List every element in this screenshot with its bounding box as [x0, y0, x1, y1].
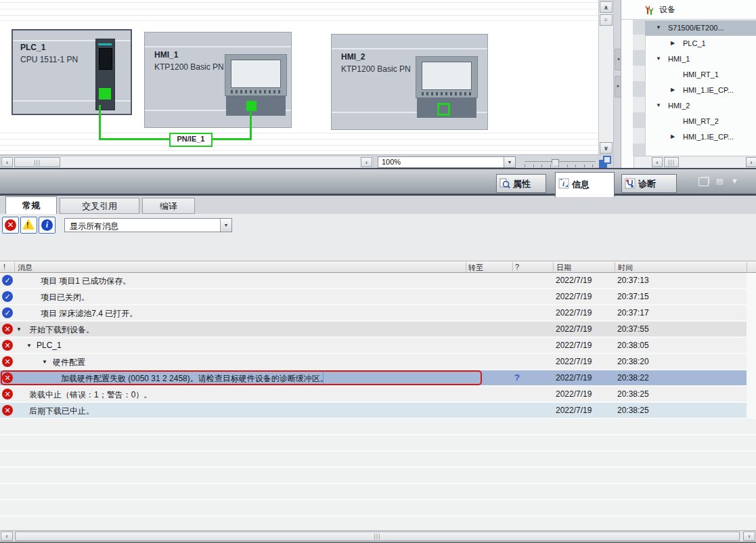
scroll-up-button[interactable]: ∧	[600, 1, 613, 13]
drag-indicator	[7, 371, 8, 385]
tree-item[interactable]: ▶ HMI_1.IE_CP...	[645, 129, 756, 145]
hmi-panel-graphic[interactable]	[416, 56, 478, 98]
expand-arrow-icon[interactable]: ▼	[26, 343, 32, 349]
col-message[interactable]: 消息	[18, 263, 32, 273]
column-divider[interactable]	[553, 262, 554, 272]
message-row[interactable]: ✕ 加载硬件配置失败 (0050 31 2 2458)。请检查目标硬件设备的诊断…	[0, 370, 756, 387]
message-text: 项目已关闭。	[41, 292, 89, 303]
network-line[interactable]	[250, 110, 252, 139]
scroll-left-button[interactable]: ‹	[1, 157, 13, 167]
tree-item[interactable]: ▼ S71500/ET200...	[645, 20, 756, 36]
filter-warnings-button[interactable]	[20, 217, 37, 234]
message-date: 2022/7/19	[556, 389, 592, 399]
subtab-compile[interactable]: 编译	[142, 198, 195, 214]
column-divider[interactable]	[466, 262, 466, 272]
message-row[interactable]: ✕ 后期下载已中止。 2022/7/19 20:38:25	[0, 403, 756, 419]
col-time[interactable]: 时间	[618, 263, 633, 273]
scroll-right-button[interactable]: ›	[743, 531, 755, 541]
column-divider[interactable]	[512, 262, 513, 272]
tree-item[interactable]: HMI_RT_2	[645, 114, 756, 129]
message-date: 2022/7/19	[556, 341, 592, 350]
plc-module-graphic[interactable]	[95, 39, 115, 110]
dropdown-arrow-icon[interactable]: ▼	[220, 219, 231, 232]
message-status-icon: ✕	[2, 324, 13, 334]
message-row[interactable]: ✕ ▼ 开始下载到设备。 2022/7/19 20:37:55	[0, 322, 756, 338]
expand-arrow-icon[interactable]: ▶	[671, 40, 675, 46]
message-text: 开始下载到设备。	[29, 324, 94, 336]
message-row[interactable]: ✕ ▼ PLC_1 2022/7/19 20:38:05	[0, 338, 756, 354]
tree-item[interactable]: ▼ HMI_2	[645, 98, 756, 114]
scrollbar-thumb[interactable]: |||	[664, 157, 679, 167]
tab-diagnostics[interactable]: 诊断	[621, 174, 677, 193]
scrollbar-thumb[interactable]: ≡	[600, 14, 613, 26]
message-table-header: ! 消息 转至 ? 日期 时间	[0, 261, 756, 273]
scroll-down-button[interactable]: ∨	[600, 142, 613, 154]
network-view-canvas[interactable]: PLC_1 CPU 1511-1 PN HMI_1 KTP1200 Basic …	[0, 0, 598, 154]
col-help[interactable]: ?	[515, 263, 519, 271]
expand-arrow-icon[interactable]: ▼	[656, 102, 661, 108]
expand-arrow-icon[interactable]: ▼	[656, 56, 661, 62]
tree-horizontal-scrollbar[interactable]: ‹ ||| ›	[633, 156, 756, 169]
tree-item[interactable]: ▼ HMI_1	[645, 51, 756, 67]
message-row[interactable]: ✕ 装载中止（错误：1；警告：0）。 2022/7/19 20:38:25	[0, 387, 756, 403]
message-date: 2022/7/19	[556, 292, 592, 301]
subnet-label[interactable]: PN/IE_1	[169, 133, 213, 147]
float-panel-icon[interactable]	[698, 177, 709, 186]
device-plc1[interactable]: PLC_1 CPU 1511-1 PN	[12, 29, 132, 115]
column-divider[interactable]	[615, 262, 615, 272]
collapse-panel-icon[interactable]: ▼	[731, 177, 738, 185]
col-goto[interactable]: 转至	[468, 263, 483, 273]
expand-arrow-icon[interactable]: ▼	[42, 359, 47, 365]
pane-splitter[interactable]: ◂ ▸	[613, 0, 621, 168]
device-name: HMI_2	[341, 52, 365, 62]
column-divider[interactable]	[747, 262, 747, 272]
tree-item[interactable]: ▶ PLC_1	[645, 36, 756, 51]
tab-info[interactable]: i 信息	[555, 172, 615, 197]
scroll-left-button[interactable]: ‹	[1, 531, 13, 541]
tree-item[interactable]: HMI_RT_1	[645, 67, 756, 83]
col-date[interactable]: 日期	[556, 263, 571, 273]
message-row[interactable]: ✓ 项目 项目1 已成功保存。 2022/7/19 20:37:13	[0, 273, 756, 289]
network-vertical-scrollbar[interactable]: ∧ ≡ ∨	[598, 0, 615, 156]
filter-info-button[interactable]: i	[39, 217, 55, 234]
device-model: KTP1200 Basic PN	[341, 64, 411, 74]
scroll-right-button[interactable]: ›	[361, 157, 372, 167]
filter-errors-button[interactable]: ✕	[2, 217, 19, 234]
message-date: 2022/7/19	[556, 308, 592, 318]
message-horizontal-scrollbar[interactable]: ‹ ||| ›	[0, 530, 756, 543]
zoom-slider[interactable]	[525, 159, 596, 167]
device-name: PLC_1	[20, 43, 45, 52]
device-hmi2[interactable]: HMI_2 KTP1200 Basic PN	[331, 34, 488, 130]
device-hmi1[interactable]: HMI_1 KTP1200 Basic PN	[144, 32, 292, 128]
properties-icon	[499, 178, 510, 189]
fit-to-view-icon[interactable]	[598, 156, 612, 169]
subtab-general[interactable]: 常规	[5, 196, 57, 214]
expand-arrow-icon[interactable]: ▼	[16, 326, 22, 332]
tree-item[interactable]: ▶ HMI_1.IE_CP...	[645, 83, 756, 98]
panel-list-icon[interactable]: ▤	[716, 177, 723, 186]
tab-properties[interactable]: 属性	[496, 174, 546, 193]
scrollbar-thumb[interactable]: |||	[14, 157, 60, 167]
col-exclamation[interactable]: !	[3, 263, 5, 271]
scrollbar-thumb[interactable]: |||	[15, 531, 740, 541]
device-separator	[145, 46, 291, 47]
scroll-left-button[interactable]: ‹	[652, 157, 663, 167]
expand-arrow-icon[interactable]: ▶	[671, 87, 675, 93]
subtab-cross-references[interactable]: 交叉引用	[60, 198, 139, 214]
zoom-select[interactable]: 100% ▼	[378, 156, 516, 168]
hmi-panel-graphic[interactable]	[225, 54, 287, 96]
message-time: 20:37:15	[617, 292, 649, 301]
message-row[interactable]: ✓ 项目 深床滤池7.4 已打开。 2022/7/19 20:37:17	[0, 305, 756, 322]
message-row[interactable]: ✕ ▼ 硬件配置 2022/7/19 20:38:20	[0, 354, 756, 370]
expand-arrow-icon[interactable]: ▼	[656, 24, 661, 30]
expand-arrow-icon[interactable]: ▶	[671, 133, 675, 139]
help-question-mark[interactable]: ?	[514, 372, 520, 383]
message-filter-select[interactable]: 显示所有消息 ▼	[64, 218, 232, 232]
message-date: 2022/7/19	[556, 324, 592, 334]
message-row[interactable]: ✓ 项目已关闭。 2022/7/19 20:37:15	[0, 289, 756, 305]
column-divider[interactable]	[14, 262, 15, 272]
dropdown-arrow-icon[interactable]: ▼	[504, 157, 515, 167]
network-line[interactable]	[99, 105, 101, 139]
scroll-right-button[interactable]: ›	[746, 157, 756, 167]
network-toolbar: ‹ ||| › 100% ▼	[0, 154, 613, 169]
